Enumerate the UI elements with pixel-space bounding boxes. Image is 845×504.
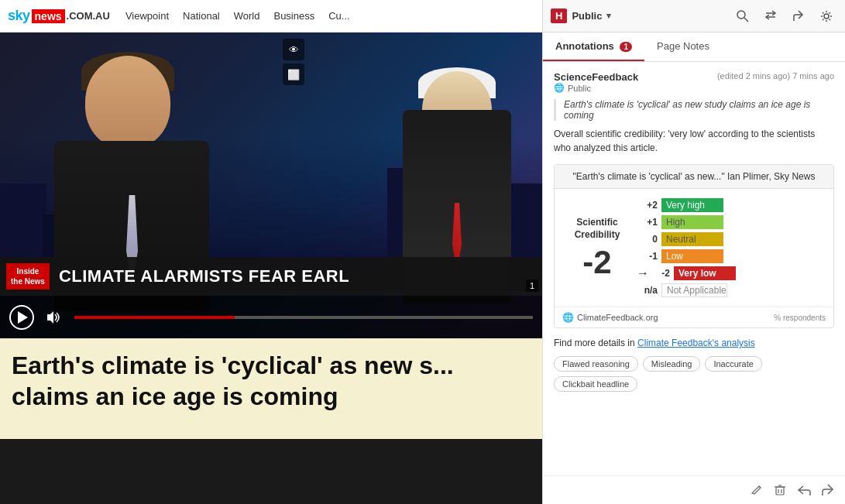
progress-fill — [74, 316, 235, 319]
scale-bar-neutral: Neutral — [661, 232, 723, 246]
tag-clickbait[interactable]: Clickbait headline — [554, 376, 637, 392]
eye-button[interactable]: 👁 — [283, 39, 304, 60]
nav-viewpoint[interactable]: Viewpoint — [125, 10, 169, 22]
scale-num-1: +1 — [638, 217, 661, 228]
svg-line-10 — [823, 12, 824, 14]
caret-icon[interactable]: ▾ — [606, 11, 611, 21]
public-badge: H Public ▾ — [551, 9, 611, 23]
find-more-link[interactable]: Climate Feedback's analysis — [637, 338, 755, 348]
nav-more[interactable]: Cu... — [328, 10, 349, 22]
svg-point-5 — [824, 14, 829, 19]
cf-logo-row: 🌐 ClimateFeedback.org % respondents — [555, 307, 833, 327]
tag-misleading[interactable]: Misleading — [643, 356, 701, 372]
scale-num-0: 0 — [638, 234, 661, 245]
scale-row-very-high: +2 Very high — [638, 197, 826, 214]
annotations-count: 1 — [620, 42, 632, 52]
headline-area: Earth's climate is 'cyclical' as new s..… — [0, 338, 542, 439]
edit-button[interactable] — [751, 484, 763, 496]
play-button[interactable] — [9, 305, 34, 330]
panel-view-buttons: 👁 ⬜ — [283, 39, 304, 85]
search-button[interactable] — [732, 5, 754, 27]
svg-line-12 — [830, 12, 831, 14]
svg-line-13 — [823, 19, 824, 20]
public-text: Public — [568, 84, 591, 93]
svg-rect-15 — [776, 487, 784, 495]
headline-text: Earth's climate is 'cyclical' as new s..… — [12, 350, 531, 412]
scale-row-neutral: 0 Neutral — [638, 231, 826, 248]
username: ScienceFeedback — [554, 71, 638, 83]
scale-container: +2 Very high +1 High 0 Neutral -1 — [632, 197, 826, 299]
hypothesis-logo: H — [551, 9, 567, 23]
panel-toggle-button[interactable]: ⬜ — [283, 63, 304, 85]
news-badge: news — [32, 9, 65, 23]
find-more-row: Find more details in Climate Feedback's … — [554, 338, 834, 348]
tab-page-notes[interactable]: Page Notes — [644, 33, 722, 61]
nav-national[interactable]: National — [183, 10, 220, 22]
scale-bar-very-low: Very low — [674, 266, 736, 280]
nav-business[interactable]: Business — [273, 10, 314, 22]
sidebar-toggle-icons — [732, 5, 837, 27]
svg-line-2 — [744, 18, 748, 22]
scale-row-na: n/a Not Applicable — [638, 282, 826, 299]
left-panel: sky news .COM.AU Viewpoint National Worl… — [0, 0, 542, 504]
delete-button[interactable] — [774, 484, 786, 496]
tags-row: Flawed reasoning Misleading Inaccurate C… — [554, 356, 834, 392]
ticker-bar: Inside the News CLIMATE ALARMISTS FEAR E… — [0, 257, 542, 296]
public-label: Public — [572, 10, 602, 22]
annotation-card: ScienceFeedback 🌐 Public (edited 2 mins … — [554, 71, 834, 392]
nav-bar: sky news .COM.AU Viewpoint National Worl… — [0, 0, 542, 33]
svg-point-1 — [737, 11, 745, 19]
user-public: 🌐 Public — [554, 83, 638, 93]
scale-num-2: +2 — [638, 200, 661, 211]
anchor-head — [85, 56, 170, 149]
cf-globe-icon: 🌐 — [562, 312, 574, 323]
cf-logo-text: ClimateFeedback.org — [577, 313, 658, 322]
cf-logo: 🌐 ClimateFeedback.org — [562, 312, 658, 323]
share-button[interactable] — [788, 5, 809, 27]
reply-button[interactable] — [797, 484, 811, 496]
right-panel: H Public ▾ — [542, 0, 845, 504]
sort-button[interactable] — [760, 5, 781, 27]
nav-links: Viewpoint National World Business Cu... — [125, 10, 350, 22]
sci-cred-title-line2: Credibility — [575, 229, 620, 242]
scale-row-high: +1 High — [638, 214, 826, 231]
sci-cred-score: -2 — [582, 246, 611, 279]
sci-cred-label: Scientific Credibility -2 — [562, 197, 632, 299]
nav-world[interactable]: World — [234, 10, 260, 22]
scale-num-neg1: -1 — [638, 251, 661, 262]
tag-inaccurate[interactable]: Inaccurate — [705, 356, 761, 372]
annotation-body: Overall scientific credibility: 'very lo… — [554, 127, 834, 155]
tab-annotations[interactable]: Annotations 1 — [543, 33, 644, 61]
user-info: ScienceFeedback 🌐 Public — [554, 71, 638, 93]
scale-num-neg2: -2 — [651, 268, 674, 279]
settings-button[interactable] — [816, 5, 837, 27]
svg-marker-0 — [47, 311, 53, 324]
annotation-content[interactable]: ScienceFeedback 🌐 Public (edited 2 mins … — [543, 62, 845, 475]
annotation-tabs: Annotations 1 Page Notes — [543, 33, 845, 62]
scale-bar-high: High — [661, 215, 723, 229]
svg-line-11 — [830, 19, 831, 20]
scale-num-na: n/a — [638, 285, 661, 296]
sidebar-topbar: H Public ▾ — [543, 0, 845, 33]
sky-text: sky — [8, 8, 30, 24]
timestamp: (edited 2 mins ago) 7 mins ago — [717, 71, 834, 81]
scroll-indicator: 1 — [526, 279, 538, 292]
annotation-actions — [543, 475, 845, 504]
arrow-icon: → — [637, 266, 649, 280]
respondents-text: % respondents — [774, 314, 826, 322]
progress-bar[interactable] — [74, 316, 533, 319]
scale-bar-very-high: Very high — [661, 198, 723, 212]
scale-bar-low: Low — [661, 249, 723, 263]
volume-button[interactable] — [43, 307, 65, 328]
scale-row-very-low: → -2 Very low — [638, 265, 826, 282]
tag-flawed-reasoning[interactable]: Flawed reasoning — [554, 356, 638, 372]
share-annotation-button[interactable] — [822, 484, 834, 496]
svg-line-14 — [759, 486, 761, 488]
sci-cred-title-line1: Scientific — [576, 217, 617, 229]
scale-row-low: -1 Low — [638, 248, 826, 265]
highlighted-quote: Earth's climate is 'cyclical' as new stu… — [554, 99, 834, 121]
video-container: Inside the News CLIMATE ALARMISTS FEAR E… — [0, 33, 542, 338]
credibility-inner: Scientific Credibility -2 +2 Very high +… — [555, 189, 833, 307]
scale-bar-na: Not Applicable — [661, 283, 727, 297]
credibility-card: "Earth's climate is 'cyclical' as new...… — [554, 164, 834, 328]
